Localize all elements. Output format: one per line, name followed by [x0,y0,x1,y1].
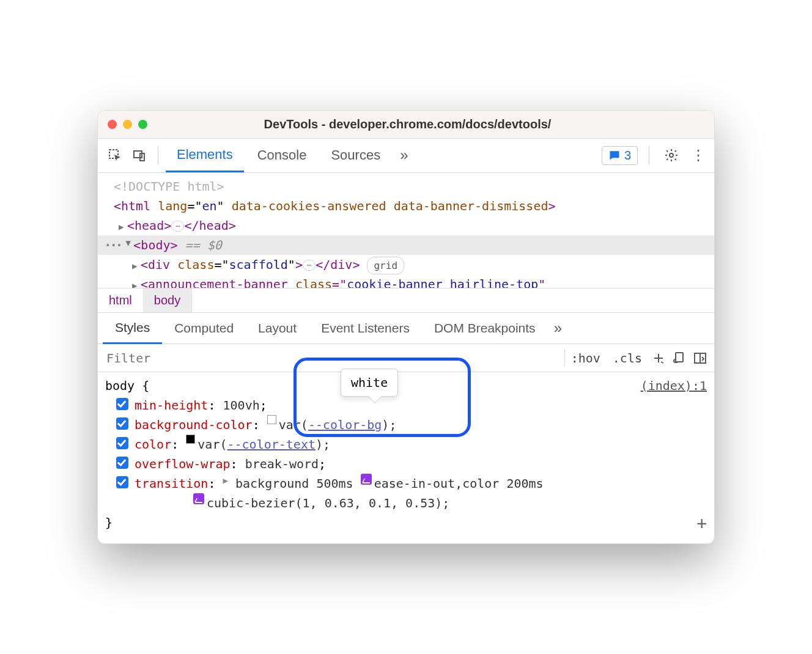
dom-doctype[interactable]: <!DOCTYPE html> [98,177,714,196]
crumb-html[interactable]: html [98,288,143,312]
subtab-event-listeners[interactable]: Event Listeners [309,312,422,344]
toggle-checkbox[interactable] [116,457,128,469]
prop-color[interactable]: color: var(--color-text); [105,435,707,454]
grid-badge[interactable]: grid [367,257,404,275]
more-subtabs-icon[interactable]: » [548,320,568,337]
computed-toggle-icon[interactable] [690,347,711,369]
traffic-lights [108,120,147,129]
dom-body-selected[interactable]: ••• ▶ <body> == $0 [98,235,714,255]
expand-triangle-icon[interactable]: ▶ [132,259,141,273]
breadcrumb: html body [98,288,714,312]
expand-triangle-icon[interactable]: ▶ [223,474,228,487]
titlebar: DevTools - developer.chrome.com/docs/dev… [98,111,714,139]
issues-button[interactable]: 3 [602,146,638,165]
expand-triangle-icon[interactable]: ▶ [132,279,141,288]
collapse-triangle-icon[interactable]: ▶ [122,241,136,249]
subtab-computed[interactable]: Computed [162,312,246,344]
filter-row: :hov .cls [98,344,714,372]
gutter-dots-icon[interactable]: ••• [105,238,122,252]
styles-pane: body { (index):1 min-height: 100vh; back… [98,372,714,543]
selector-text[interactable]: body { [105,376,149,395]
window-title: DevTools - developer.chrome.com/docs/dev… [147,117,668,131]
toggle-checkbox[interactable] [116,437,128,449]
value-tooltip: white [341,369,398,397]
ellipsis-badge[interactable]: ⋯ [171,221,184,232]
dom-truncated-line[interactable]: ▶<announcement-banner class="cookie-bann… [98,274,714,288]
copy-styles-icon[interactable] [669,347,690,369]
prop-transition[interactable]: transition: ▶ background 500ms ease-in-o… [105,474,707,513]
svg-rect-4 [676,353,683,362]
toggle-checkbox[interactable] [116,417,128,430]
dom-div-scaffold[interactable]: ▶<div class="scaffold">⋯</div> grid [98,255,714,275]
subtab-dom-breakpoints[interactable]: DOM Breakpoints [422,312,548,344]
inspect-element-icon[interactable] [104,144,126,166]
bezier-editor-icon[interactable] [361,474,372,485]
rule-close-brace: } [105,513,707,532]
crumb-body[interactable]: body [143,288,191,312]
color-swatch-icon[interactable] [186,435,195,444]
expand-triangle-icon[interactable]: ▶ [119,220,127,233]
subtab-layout[interactable]: Layout [246,312,309,344]
toolbar-divider [649,146,649,164]
settings-gear-icon[interactable] [660,144,682,166]
dom-html-open[interactable]: <html lang="en" data-cookies-answered da… [98,196,714,216]
issues-count: 3 [624,149,631,163]
add-declaration-icon[interactable]: + [696,510,707,538]
cls-button[interactable]: .cls [607,351,648,366]
filter-input[interactable] [98,344,564,372]
dom-tree[interactable]: <!DOCTYPE html> <html lang="en" data-coo… [98,173,714,288]
toggle-checkbox[interactable] [116,476,128,488]
dom-head[interactable]: ▶<head>⋯</head> [98,216,714,235]
device-toolbar-icon[interactable] [128,144,150,166]
prop-overflow-wrap[interactable]: overflow-wrap: break-word; [105,454,707,474]
main-toolbar: Elements Console Sources » 3 ⋮ [98,139,714,173]
kebab-menu-icon[interactable]: ⋮ [688,147,708,164]
zoom-window-button[interactable] [138,120,147,129]
devtools-window: DevTools - developer.chrome.com/docs/dev… [97,110,715,545]
prop-background-color[interactable]: background-color: var(--color-bg); [105,415,707,435]
bezier-editor-icon[interactable] [193,493,204,504]
more-tabs-icon[interactable]: » [394,147,414,164]
subtab-styles[interactable]: Styles [103,312,162,344]
svg-rect-1 [134,151,142,158]
source-link[interactable]: (index):1 [641,376,707,395]
prop-min-height[interactable]: min-height: 100vh; [105,395,707,415]
styles-subtabs: Styles Computed Layout Event Listeners D… [98,312,714,344]
color-swatch-icon[interactable] [267,415,276,424]
new-style-rule-icon[interactable] [648,347,669,369]
toolbar-divider [158,146,158,164]
css-var-link[interactable]: --color-text [227,435,316,454]
tab-elements[interactable]: Elements [166,138,244,172]
ellipsis-badge[interactable]: ⋯ [303,260,316,271]
tab-sources[interactable]: Sources [320,138,391,172]
hov-button[interactable]: :hov [565,351,607,366]
svg-point-3 [670,153,673,157]
minimize-window-button[interactable] [123,120,132,129]
toggle-checkbox[interactable] [116,398,128,410]
tab-console[interactable]: Console [246,138,318,172]
css-var-link[interactable]: --color-bg [308,415,382,435]
close-window-button[interactable] [108,120,117,129]
